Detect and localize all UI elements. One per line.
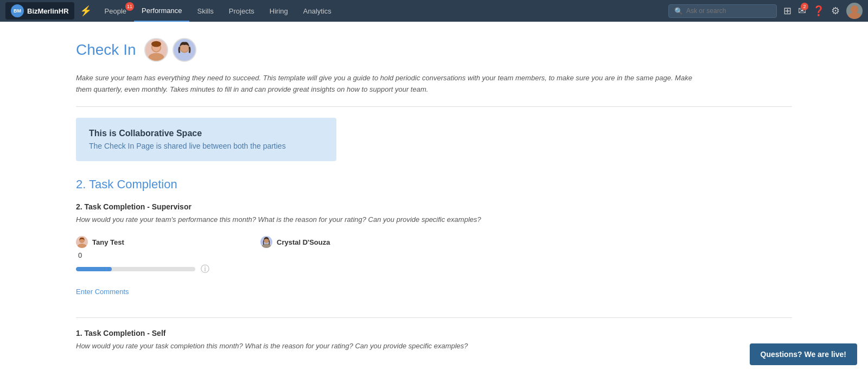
collab-title: This is Collaborative Space: [89, 129, 323, 138]
checkin-header: Check In: [76, 38, 792, 62]
avatar-group: [144, 38, 196, 62]
collab-description: The Check In Page is shared live between…: [89, 142, 323, 150]
avatar-crystal: [260, 236, 272, 248]
main-content: Check In: [54, 22, 814, 376]
svg-point-5: [151, 41, 161, 47]
self-section: 1. Task Completion - Self How would you …: [76, 329, 792, 352]
nav-item-analytics[interactable]: Analytics: [296, 0, 339, 22]
mail-badge: 2: [801, 3, 808, 10]
svg-point-3: [148, 53, 164, 62]
rating-user-tany: Tany Test: [76, 236, 239, 248]
tany-name: Tany Test: [92, 238, 124, 246]
navbar: BM BizMerlinHR ⚡ People 11 Performance S…: [0, 0, 868, 22]
subsection-supervisor: 2. Task Completion - Supervisor How woul…: [76, 202, 792, 307]
slider-container-tany[interactable]: [76, 263, 195, 276]
rating-col-tany: Tany Test 0 ⓘ: [76, 236, 239, 276]
section-2-title: 2. Task Completion: [76, 177, 792, 192]
brand-name: BizMerlinHR: [27, 7, 69, 15]
divider-1: [76, 106, 792, 107]
nav-item-hiring[interactable]: Hiring: [262, 0, 296, 22]
nav-items: People 11 Performance Skills Projects Hi…: [97, 0, 668, 22]
navbar-right: 🔍 ⊞ ✉ 2 ❓ ⚙: [668, 3, 863, 19]
self-section-title: 1. Task Completion - Self: [76, 329, 792, 337]
mail-icon-btn[interactable]: ✉ 2: [798, 5, 806, 17]
divider-2: [76, 317, 792, 318]
flash-icon: ⚡: [80, 5, 92, 17]
search-icon: 🔍: [674, 7, 683, 15]
avatar-user2: [173, 38, 196, 62]
nav-item-skills[interactable]: Skills: [189, 0, 221, 22]
self-section-desc: How would you rate your task completion …: [76, 341, 792, 352]
nav-item-projects[interactable]: Projects: [221, 0, 262, 22]
svg-point-12: [261, 244, 271, 248]
svg-point-0: [851, 5, 858, 13]
avatar-user1: [144, 38, 168, 62]
rating-col-crystal: Crystal D'Souza: [260, 236, 423, 276]
search-box[interactable]: 🔍: [668, 4, 777, 18]
subsection-supervisor-label: 2. Task Completion - Supervisor: [76, 202, 792, 211]
enter-comments-link[interactable]: Enter Comments: [76, 288, 129, 296]
subsection-supervisor-desc: How would you rate your team's performan…: [76, 214, 792, 226]
slider-wrapper-tany: ⓘ: [76, 263, 239, 276]
settings-icon-btn[interactable]: ⚙: [831, 5, 840, 17]
nav-item-performance[interactable]: Performance: [134, 0, 189, 22]
nav-item-people[interactable]: People 11: [97, 0, 134, 22]
brand-icon: BM: [11, 4, 24, 17]
help-icon-btn[interactable]: ❓: [813, 5, 825, 17]
brand-logo[interactable]: BM BizMerlinHR: [5, 2, 74, 20]
page-title: Check In: [76, 41, 136, 59]
rating-user-crystal: Crystal D'Souza: [260, 236, 423, 248]
rating-row: Tany Test 0 ⓘ: [76, 236, 792, 276]
tany-rating-value: 0: [78, 251, 239, 259]
collab-space-box: This is Collaborative Space The Check In…: [76, 118, 336, 161]
people-badge: 11: [125, 2, 134, 11]
svg-point-8: [180, 44, 188, 52]
search-input[interactable]: [686, 7, 771, 15]
checkin-description: Make sure your team has everything they …: [76, 73, 700, 95]
live-chat-button[interactable]: Questions? We are live!: [750, 343, 857, 365]
svg-point-1: [848, 12, 861, 19]
avatar-tany: [76, 236, 88, 248]
layers-icon-btn[interactable]: ⊞: [783, 5, 792, 17]
live-chat-label: Questions? We are live!: [761, 350, 846, 359]
slider-help-icon[interactable]: ⓘ: [201, 264, 209, 275]
svg-point-10: [77, 244, 87, 248]
user-avatar-nav[interactable]: [846, 3, 863, 19]
crystal-name: Crystal D'Souza: [277, 238, 330, 246]
